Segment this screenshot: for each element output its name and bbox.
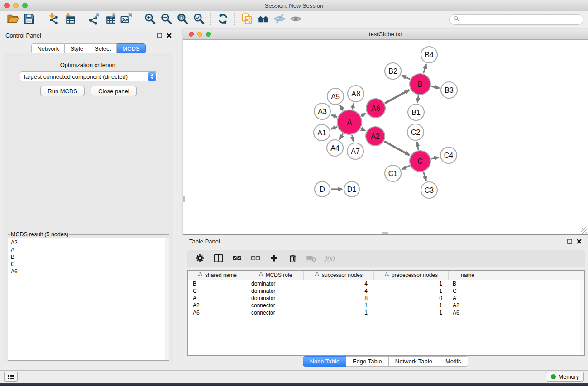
node-D1[interactable]: D1 [344,181,359,197]
deselect-all-button[interactable] [249,253,261,265]
tab-edge-table[interactable]: Edge Table [346,356,389,367]
edge-A-A5[interactable] [340,105,344,110]
mcds-result-item[interactable]: A [11,246,169,253]
node-A1[interactable]: A1 [314,124,330,141]
node-C[interactable]: C [410,151,430,172]
toolbar-hide-selected-button[interactable] [271,13,287,26]
panel-menu-button[interactable] [4,372,18,382]
cell-name[interactable]: B [449,281,487,287]
tab-network[interactable]: Network [31,43,65,54]
table-row[interactable]: Cdominator41C [188,287,584,295]
cell-MCDS-role[interactable]: connector [247,302,304,309]
edge-C-C2[interactable] [417,142,418,150]
cell-predecessor-nodes[interactable]: 1 [374,288,449,294]
cell-name[interactable]: C [449,288,487,294]
column-header-name[interactable]: name [449,271,487,280]
cell-MCDS-role[interactable]: connector [247,310,304,316]
cell-predecessor-nodes[interactable]: 1 [374,302,449,309]
table-row[interactable]: Adominator80A [188,295,584,302]
table-scrollbar[interactable] [580,280,584,355]
node-C1[interactable]: C1 [385,165,401,181]
column-header-shared-name[interactable]: shared name [188,271,247,280]
edge-A-A4[interactable] [340,133,343,139]
mcds-result-item[interactable]: C [11,261,169,268]
edge-A6-B[interactable] [385,90,409,103]
cell-successor-nodes[interactable]: 1 [304,302,374,309]
cell-name[interactable]: A2 [449,302,487,309]
resize-grip[interactable] [581,227,587,234]
edge-A-A8[interactable] [352,103,354,109]
node-B[interactable]: B [410,74,430,95]
network-graph[interactable]: AA6A2BCA5A8A3A1A4A7B2B4B3B1C2C4C1C3DD1 [183,40,588,234]
toolbar-save-session-button[interactable] [21,13,37,26]
column-header-MCDS-role[interactable]: MCDS role [247,271,304,280]
node-A4[interactable]: A4 [327,140,343,156]
tab-mcds[interactable]: MCDS [117,43,145,54]
node-C4[interactable]: C4 [440,147,457,163]
node-A8[interactable]: A8 [348,86,364,102]
toolbar-import-network-button[interactable] [45,13,61,26]
criterion-select[interactable]: largest connected component (directed) [20,71,157,81]
cell-MCDS-role[interactable]: dominator [247,295,304,301]
node-A5[interactable]: A5 [327,88,344,105]
toolbar-apply-layout-button[interactable] [215,13,231,26]
edge-C-C1[interactable] [402,166,410,169]
edge-B-B3[interactable] [431,86,439,88]
cell-successor-nodes[interactable]: 1 [304,310,374,316]
node-C2[interactable]: C2 [407,124,424,140]
close-panel-icon[interactable] [167,33,172,38]
edge-B-B4[interactable] [423,64,426,73]
mcds-result-item[interactable]: B [11,253,169,261]
toolbar-zoom-out-button[interactable] [158,13,174,26]
edge-A-A7[interactable] [352,135,354,141]
node-B2[interactable]: B2 [385,63,401,79]
cell-successor-nodes[interactable]: 4 [304,281,374,287]
cell-successor-nodes[interactable]: 8 [304,295,374,301]
toolbar-show-all-button[interactable] [287,13,304,26]
search-input[interactable] [462,16,579,23]
node-A7[interactable]: A7 [347,143,363,159]
cell-shared-name[interactable]: B [188,281,247,287]
toolbar-zoom-selected-button[interactable] [191,13,207,26]
run-mcds-button[interactable]: Run MCDS [40,86,85,96]
table-row[interactable]: Bdominator41B [188,280,584,287]
add-column-button[interactable] [268,253,280,265]
column-header-successor-nodes[interactable]: successor nodes [304,271,374,280]
float-panel-icon[interactable] [157,33,162,38]
node-B1[interactable]: B1 [408,104,424,120]
delete-column-button[interactable] [287,253,298,265]
edge-C-C3[interactable] [423,172,426,181]
cell-shared-name[interactable]: A2 [188,302,247,309]
toolbar-export-table-button[interactable] [101,13,118,26]
mcds-result-scrollbar[interactable] [165,238,169,360]
edge-A2-C[interactable] [384,141,409,155]
cell-name[interactable]: A6 [449,310,487,316]
cell-predecessor-nodes[interactable]: 1 [374,281,449,287]
cell-shared-name[interactable]: C [188,288,247,294]
edge-C-C4[interactable] [431,157,439,159]
node-B3[interactable]: B3 [441,82,457,98]
cell-MCDS-role[interactable]: dominator [247,281,304,287]
cell-name[interactable]: A [449,295,487,301]
toolbar-export-image-button[interactable] [118,13,134,26]
tab-select[interactable]: Select [89,43,117,54]
table-options-button[interactable] [194,253,206,265]
cell-shared-name[interactable]: A6 [188,310,247,316]
cell-predecessor-nodes[interactable]: 0 [374,295,449,301]
edge-B-B1[interactable] [417,95,418,102]
network-window-titlebar[interactable]: testGlobe.txt [183,29,588,40]
mcds-result-item[interactable]: A6 [11,268,169,275]
tab-motifs[interactable]: Motifs [439,356,468,367]
column-header-predecessor-nodes[interactable]: predecessor nodes [374,271,449,280]
toolbar-open-session-button[interactable] [5,13,21,26]
node-B4[interactable]: B4 [421,47,437,63]
node-A3[interactable]: A3 [314,103,330,119]
toolbar-zoom-fit-button[interactable] [174,13,191,26]
cell-MCDS-role[interactable]: dominator [247,288,304,294]
close-table-panel-icon[interactable] [577,239,582,244]
cell-shared-name[interactable]: A [188,295,247,301]
toolbar-duplicate-network-button[interactable] [239,13,255,26]
toolbar-import-table-button[interactable] [61,13,77,26]
toolbar-first-neighbors-button[interactable] [255,13,271,26]
network-canvas[interactable]: AA6A2BCA5A8A3A1A4A7B2B4B3B1C2C4C1C3DD1 [183,40,588,234]
